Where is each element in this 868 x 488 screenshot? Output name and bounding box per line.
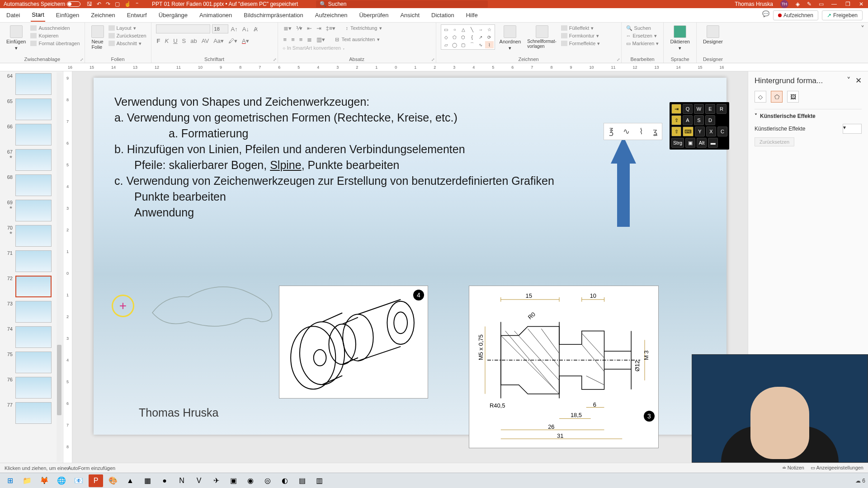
panel-close-icon[interactable]: ✕ (855, 76, 862, 85)
italic-icon[interactable]: K (164, 37, 170, 45)
find-button[interactable]: 🔍 Suchen (626, 24, 659, 32)
teams-icon[interactable]: ◈ (796, 1, 800, 7)
save-icon[interactable]: 🖫 (87, 1, 92, 7)
app-icon[interactable]: ▤ (295, 474, 309, 487)
indent-icon[interactable]: ⇥ (316, 24, 322, 32)
thumbnail-69[interactable]: 69★ (5, 200, 58, 221)
tab-start[interactable]: Start (31, 9, 45, 22)
thumbnail-76[interactable]: 76 (5, 377, 58, 399)
arrange-button[interactable]: Anordnen▾ (498, 24, 523, 52)
fill-tab-icon[interactable]: ◇ (755, 91, 766, 103)
close-button[interactable]: ✕ (858, 1, 864, 7)
app-icon[interactable]: ▣ (226, 474, 241, 487)
pen-icon[interactable]: ✎ (807, 1, 811, 7)
thumbnail-70[interactable]: 70★ (5, 225, 58, 247)
taskbar[interactable]: ⊞ 📁 🦊 🌐 📧 P 🎨 ▲ ▦ ● N V ✈ ▣ ◉ ◎ ◐ ▤ ▥ ☁ … (0, 473, 868, 488)
bold-icon[interactable]: F (156, 37, 161, 45)
notes-button[interactable]: ≐ Notizen (782, 465, 804, 471)
clear-format-icon[interactable]: A̷ (253, 25, 259, 33)
align-left-icon[interactable]: ≡ (283, 36, 288, 43)
thumbnail-65[interactable]: 65 (5, 99, 58, 120)
font-launcher[interactable]: ⤢ (273, 57, 277, 62)
align-text-button[interactable]: ⊟ Text ausrichten ▾ (334, 36, 381, 43)
shapes-gallery[interactable]: ▭○△╲→☆ ◇⬠⬡{↗⟳ ▱◯▢⌒∿⌇ (441, 24, 495, 50)
tab-uebergaenge[interactable]: Übergänge (158, 9, 189, 21)
obs-icon[interactable]: ◉ (243, 474, 258, 487)
display-settings-button[interactable]: ▭ Anzeigeeinstellungen (811, 465, 863, 471)
underline-icon[interactable]: U (172, 37, 178, 45)
drawing-launcher[interactable]: ⤢ (617, 57, 620, 62)
vlc-icon[interactable]: ▲ (123, 474, 137, 487)
shrink-font-icon[interactable]: A↓ (241, 25, 250, 33)
section-artistic-effects[interactable]: ˅ Künstlerische Effekte (755, 113, 862, 119)
minimize-button[interactable]: — (831, 1, 837, 7)
outdent-icon[interactable]: ⇤ (306, 24, 313, 32)
thumbnail-66[interactable]: 66 (5, 124, 58, 145)
comments-icon[interactable]: 💬 (762, 10, 769, 20)
document-name[interactable]: PPT 01 Roter Faden 001.pptx • Auf "diese… (152, 1, 298, 7)
avatar[interactable]: TH (780, 0, 788, 8)
chrome-icon[interactable]: 🌐 (54, 474, 69, 487)
new-slide-button[interactable]: Neue Folie (90, 24, 106, 51)
qat-more-icon[interactable]: ⁼ (136, 1, 138, 7)
thumbnail-67[interactable]: 67★ (5, 149, 58, 171)
tab-hilfe[interactable]: Hilfe (465, 9, 479, 21)
dictate-button[interactable]: Diktieren▾ (668, 24, 691, 52)
numbering-icon[interactable]: ⅟▾ (295, 24, 303, 32)
clipboard-launcher[interactable]: ⤢ (80, 57, 84, 62)
strike-icon[interactable]: S (181, 37, 187, 45)
thumbnail-77[interactable]: 77 (5, 402, 58, 424)
reset-button[interactable]: Zurücksetzen (108, 32, 146, 39)
align-right-icon[interactable]: ≡ (298, 36, 304, 43)
autosave-toggle[interactable]: Automatisches Speichern (4, 1, 80, 7)
thumbnail-75[interactable]: 75 (5, 352, 58, 373)
tab-bildschirmpraesentation[interactable]: Bildschirmpräsentation (243, 9, 304, 21)
align-center-icon[interactable]: ≡ (290, 36, 296, 43)
panel-options-icon[interactable]: ˅ (847, 76, 851, 85)
app-icon[interactable]: 🎨 (106, 474, 120, 487)
section-button[interactable]: Abschnitt ▾ (108, 40, 146, 47)
thumbnail-73[interactable]: 73 (5, 301, 58, 323)
tab-dictation[interactable]: Dictation (430, 9, 455, 21)
slide-canvas[interactable]: Verwendung von Shapes und Zeichenwerkzeu… (72, 71, 748, 463)
thumbnail-71[interactable]: 71 (5, 250, 58, 272)
highlight-icon[interactable]: 🖊▾ (227, 37, 238, 45)
effects-button[interactable]: Formeffekte ▾ (561, 40, 600, 47)
undo-icon[interactable]: ↶ (97, 1, 101, 7)
picture-tab-icon[interactable]: 🖼 (787, 91, 799, 103)
thumbnail-68[interactable]: 68 (5, 174, 58, 196)
onenote-icon[interactable]: N (175, 474, 189, 487)
app-icon[interactable]: ◐ (278, 474, 292, 487)
explorer-icon[interactable]: 📁 (20, 474, 34, 487)
effects-tab-icon[interactable]: ⬠ (771, 91, 783, 103)
outlook-icon[interactable]: 📧 (71, 474, 86, 487)
app-icon[interactable]: ▥ (312, 474, 326, 487)
app-icon[interactable]: ◎ (260, 474, 275, 487)
telegram-icon[interactable]: ✈ (209, 474, 223, 487)
grow-font-icon[interactable]: A↑ (230, 25, 239, 33)
window-ribbon-icon[interactable]: ▭ (819, 1, 824, 7)
tab-aufzeichnen[interactable]: Aufzeichnen (314, 9, 349, 21)
quickstyles-button[interactable]: Schnellformat- vorlagen (525, 24, 558, 50)
font-name-input[interactable] (156, 24, 210, 33)
thumbnail-74[interactable]: 74 (5, 326, 58, 348)
present-icon[interactable]: ▢ (115, 1, 120, 7)
touch-icon[interactable]: ☝ (124, 1, 131, 7)
shadow-icon[interactable]: ab (189, 37, 198, 45)
layout-button[interactable]: Layout ▾ (108, 24, 146, 32)
powerpoint-icon[interactable]: P (89, 474, 103, 487)
spacing-icon[interactable]: AV (201, 37, 210, 45)
tab-datei[interactable]: Datei (5, 9, 21, 21)
app-icon[interactable]: ● (157, 474, 172, 487)
fill-button[interactable]: Fülleffekt ▾ (561, 24, 600, 32)
maximize-button[interactable]: ❐ (844, 1, 851, 7)
record-button[interactable]: Aufzeichnen (773, 10, 818, 20)
firefox-icon[interactable]: 🦊 (37, 474, 52, 487)
line-spacing-icon[interactable]: ‡≡▾ (325, 24, 337, 32)
font-size-input[interactable] (212, 24, 228, 33)
weather-icon[interactable]: ☁ 6 (855, 478, 865, 484)
redo-icon[interactable]: ↷ (106, 1, 110, 7)
tab-ansicht[interactable]: Ansicht (399, 9, 420, 21)
tab-ueberpruefen[interactable]: Überprüfen (358, 9, 389, 21)
thumbnail-72[interactable]: 72 (5, 276, 58, 297)
